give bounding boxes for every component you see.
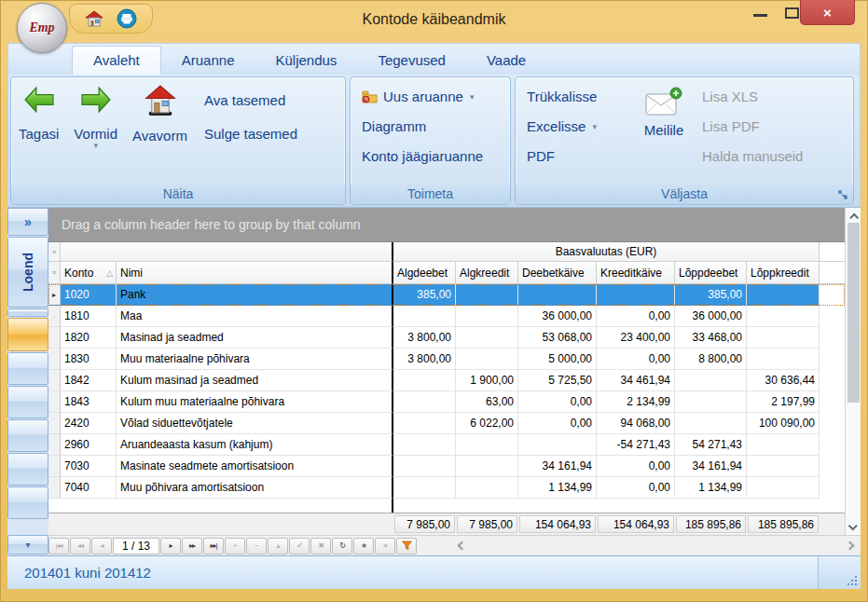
table-row[interactable]: 1830Muu materiaalne põhivara3 800,005 00… [48, 349, 845, 370]
scroll-down-icon[interactable] [846, 520, 861, 535]
cell-value-5[interactable] [747, 306, 820, 327]
cell-value-2[interactable]: 36 000,00 [518, 306, 597, 327]
ava-tasemed-button[interactable]: Ava tasemed [204, 92, 297, 108]
panel-segment[interactable] [7, 386, 48, 418]
excelisse-button[interactable]: Excelisse ▾ [527, 118, 616, 134]
nav-delete-button[interactable]: − [246, 538, 267, 554]
cell-value-5[interactable] [747, 327, 820, 349]
cell-konto[interactable]: 7040 [61, 477, 117, 499]
cell-value-0[interactable] [393, 370, 456, 391]
cell-value-5[interactable]: 100 090,00 [747, 413, 820, 434]
cell-value-0[interactable] [393, 391, 456, 413]
cell-value-3[interactable]: 2 134,99 [597, 391, 675, 413]
cell-value-4[interactable]: 36 000,00 [675, 306, 747, 327]
lisa-xls-button[interactable]: Lisa XLS [702, 89, 803, 104]
tagasi-button[interactable]: Tagasi [11, 77, 66, 185]
cell-value-0[interactable]: 3 800,00 [393, 349, 456, 370]
panel-segment[interactable] [7, 453, 48, 486]
cell-value-1[interactable] [456, 434, 518, 456]
cell-nimi[interactable]: Aruandeaasta kasum (kahjum) [117, 434, 393, 456]
cell-nimi[interactable]: Maa [117, 306, 393, 327]
nav-blank-record-alt-button[interactable]: ∗ [375, 538, 395, 554]
cell-value-3[interactable]: 94 068,00 [597, 413, 675, 434]
tab-avaleht[interactable]: Avaleht [72, 46, 161, 75]
column-header-algkreedit[interactable]: Algkreedit [456, 262, 518, 284]
cell-nimi[interactable]: Kulum masinad ja seadmed [117, 370, 393, 391]
cell-nimi[interactable]: Võlad siduettevõtjatele [117, 413, 393, 434]
column-chooser-icon[interactable]: ≡ [48, 242, 61, 262]
cell-konto[interactable]: 7030 [61, 456, 117, 477]
cell-value-4[interactable]: 8 800,00 [675, 349, 747, 370]
panel-segment[interactable] [7, 352, 48, 385]
column-header-deebetkaive[interactable]: Deebetkäive [518, 262, 597, 284]
cell-konto[interactable]: 2420 [61, 413, 117, 434]
sidebar-item-loend[interactable]: Loend [7, 237, 48, 308]
close-button[interactable]: × [800, 0, 855, 25]
panel-collapse-button[interactable]: ▾ [7, 535, 48, 554]
cell-value-4[interactable] [675, 391, 747, 413]
expand-panel-button[interactable]: » [7, 208, 48, 236]
cell-value-1[interactable]: 63,00 [456, 391, 518, 413]
cell-konto[interactable]: 2960 [61, 434, 117, 456]
cell-nimi[interactable]: Kulum muu materiaalne põhivara [117, 391, 393, 413]
trukkalisse-button[interactable]: Trükkalisse [527, 89, 616, 104]
nav-post-button[interactable]: ✔ [289, 538, 310, 554]
cell-value-4[interactable]: 54 271,43 [675, 434, 747, 456]
cell-nimi[interactable]: Pank [117, 284, 393, 306]
group-by-bar[interactable]: Drag a column header here to group by th… [48, 208, 845, 242]
cell-value-1[interactable] [456, 327, 518, 349]
cell-value-0[interactable] [393, 413, 456, 434]
cell-value-5[interactable]: 30 636,44 [747, 370, 820, 391]
column-chooser-icon[interactable]: ≡ [48, 262, 61, 284]
cell-value-2[interactable]: 53 068,00 [518, 327, 597, 349]
cell-value-1[interactable] [456, 349, 518, 370]
cell-nimi[interactable]: Masinad ja seadmed [117, 327, 393, 349]
minimize-button[interactable] [753, 14, 767, 17]
cell-value-1[interactable] [456, 477, 518, 499]
nav-first-button[interactable]: |◂◂ [48, 538, 69, 554]
cell-value-2[interactable]: 1 134,99 [518, 477, 597, 499]
cell-konto[interactable]: 1020 [61, 284, 117, 306]
cell-value-2[interactable] [518, 434, 597, 456]
cell-konto[interactable]: 1810 [61, 306, 117, 327]
cell-value-4[interactable]: 34 161,94 [675, 456, 747, 477]
panel-segment-active[interactable] [7, 318, 48, 351]
cell-value-3[interactable]: 0,00 [597, 456, 675, 477]
cell-value-2[interactable]: 34 161,94 [518, 456, 597, 477]
table-row[interactable]: 1820Masinad ja seadmed3 800,0053 068,002… [48, 327, 845, 349]
cell-value-5[interactable]: 2 197,99 [747, 391, 820, 413]
cell-value-1[interactable] [456, 456, 518, 477]
lisa-pdf-button[interactable]: Lisa PDF [702, 118, 803, 134]
cell-value-2[interactable] [518, 284, 597, 306]
cell-value-3[interactable]: 34 461,94 [597, 370, 675, 391]
panel-splitter[interactable]: ..... [7, 308, 48, 317]
cell-value-3[interactable]: 0,00 [597, 477, 675, 499]
horizontal-scrollbar[interactable] [453, 538, 859, 554]
column-header-loppkreedit[interactable]: Lõppkreedit [747, 262, 820, 284]
cell-nimi[interactable]: Masinate seadmete amortisatsioon [117, 456, 393, 477]
table-row[interactable]: 1810Maa36 000,000,0036 000,00 [48, 306, 845, 327]
cell-value-4[interactable] [675, 370, 747, 391]
cell-value-1[interactable]: 6 022,00 [456, 413, 518, 434]
halda-manuseid-button[interactable]: Halda manuseid [702, 148, 803, 164]
nav-last-button[interactable]: ▸▸| [203, 538, 224, 554]
cell-value-0[interactable]: 3 800,00 [393, 327, 456, 349]
cell-value-5[interactable] [747, 477, 820, 499]
nav-next-button[interactable]: ▸ [160, 538, 181, 554]
maximize-button[interactable] [785, 7, 799, 19]
cell-value-2[interactable]: 0,00 [518, 391, 597, 413]
panel-segment[interactable] [7, 486, 48, 519]
cell-value-3[interactable]: 0,00 [597, 349, 675, 370]
cell-konto[interactable]: 1842 [61, 370, 117, 391]
table-row[interactable]: ▸1020Pank385,00385,00 [48, 284, 845, 306]
cell-value-4[interactable] [675, 413, 747, 434]
cell-value-4[interactable]: 385,00 [675, 284, 747, 306]
cell-value-2[interactable]: 5 000,00 [518, 349, 597, 370]
nav-append-button[interactable]: + [225, 538, 245, 554]
table-row[interactable]: 7040Muu põhivara amortisatsioon1 134,990… [48, 477, 845, 499]
nav-next-page-button[interactable]: ▸▸ [182, 538, 202, 554]
cell-value-5[interactable] [747, 349, 820, 370]
cell-konto[interactable]: 1843 [61, 391, 117, 413]
cell-konto[interactable]: 1830 [61, 349, 117, 370]
cell-value-1[interactable]: 1 900,00 [456, 370, 518, 391]
